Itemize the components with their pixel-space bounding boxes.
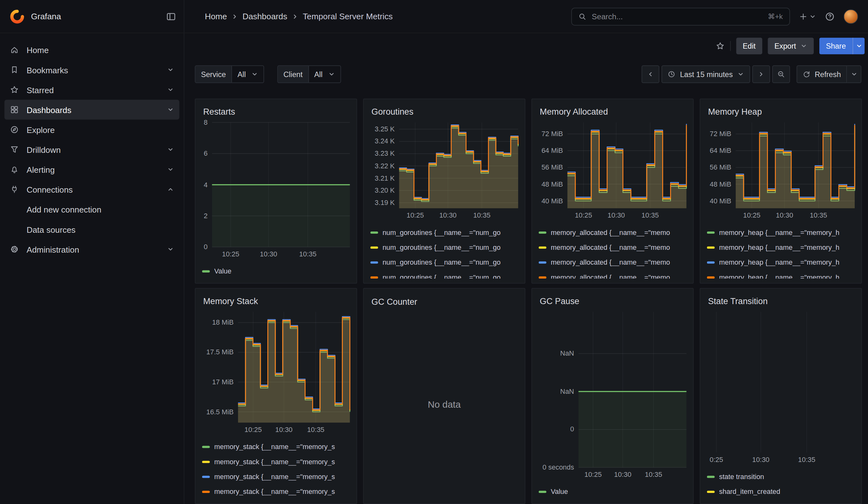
dashboard-controls: Service All Client All xyxy=(184,59,868,90)
top-navigation: Grafana Home Dashboards Temporal Server … xyxy=(0,0,868,33)
chart-plot[interactable] xyxy=(212,123,350,247)
legend-item[interactable]: num_goroutines {__name__="num_go xyxy=(370,240,518,255)
legend-item[interactable]: shard_item_created xyxy=(707,484,855,499)
panel-title[interactable]: Memory Stack xyxy=(202,293,350,310)
legend-item[interactable]: memory_heap {__name__="memory_h xyxy=(707,225,855,240)
panel-title[interactable]: GC Pause xyxy=(538,293,686,310)
chevron-right-icon xyxy=(758,71,764,78)
chevron-right-icon xyxy=(231,13,238,20)
chevron-down-icon xyxy=(856,43,862,49)
sidebar-item-bookmarks[interactable]: Bookmarks xyxy=(4,60,179,80)
variable-value[interactable]: All xyxy=(309,70,340,78)
legend-item[interactable]: num_goroutines {__name__="num_go xyxy=(370,225,518,240)
y-axis-tick-label: 3.22 K xyxy=(370,161,394,170)
chevron-up-icon[interactable] xyxy=(167,186,174,193)
sidebar-item-alerting[interactable]: Alerting xyxy=(4,160,179,179)
x-axis-tick-label: 10:25 xyxy=(245,425,262,434)
legend-item[interactable]: memory_heap {__name__="memory_h xyxy=(707,270,855,278)
clock-icon xyxy=(668,70,676,78)
chart-plot[interactable] xyxy=(579,312,686,467)
y-axis-tick-label: 3.24 K xyxy=(370,137,394,146)
help-button[interactable] xyxy=(825,11,835,21)
variable-selected: All xyxy=(237,70,246,78)
breadcrumb-dashboards[interactable]: Dashboards xyxy=(242,12,287,21)
legend-item[interactable]: memory_allocated {__name__="memo xyxy=(538,255,686,270)
search-box[interactable]: ⌘+k xyxy=(571,8,790,25)
share-menu-button[interactable] xyxy=(852,38,865,54)
edit-button[interactable]: Edit xyxy=(736,38,762,54)
panel-title[interactable]: Memory Heap xyxy=(707,104,855,120)
search-input[interactable] xyxy=(592,12,762,21)
legend-item[interactable]: Value xyxy=(202,264,350,278)
variable-service[interactable]: Service All xyxy=(195,65,264,83)
legend-item[interactable]: state transition xyxy=(707,469,855,484)
legend-item[interactable]: num_goroutines {__name__="num_go xyxy=(370,255,518,270)
legend-item[interactable]: memory_stack {__name__="memory_s xyxy=(202,439,350,454)
sidebar-item-administration[interactable]: Administration xyxy=(4,239,179,259)
sidebar-item-explore[interactable]: Explore xyxy=(4,120,179,140)
panel-title[interactable]: Restarts xyxy=(202,104,350,120)
breadcrumb-home[interactable]: Home xyxy=(205,12,227,21)
chevron-down-icon[interactable] xyxy=(167,166,174,173)
sidebar-toggle-button[interactable] xyxy=(166,11,176,21)
user-avatar[interactable] xyxy=(844,9,858,24)
chevron-down-icon[interactable] xyxy=(167,246,174,253)
chevron-down-icon[interactable] xyxy=(167,86,174,93)
plug-icon xyxy=(10,185,19,194)
legend-series-label: memory_heap {__name__="memory_h xyxy=(719,244,839,251)
panel-title[interactable]: Memory Allocated xyxy=(538,104,686,120)
legend-item[interactable]: Value xyxy=(538,484,686,499)
panel-title[interactable]: State Transition xyxy=(707,293,855,310)
legend-series-label: memory_heap {__name__="memory_h xyxy=(719,274,839,279)
sidebar-item-starred[interactable]: Starred xyxy=(4,80,179,100)
chevron-down-icon[interactable] xyxy=(167,146,174,153)
new-button[interactable] xyxy=(799,12,816,21)
legend-item[interactable]: memory_stack {__name__="memory_s xyxy=(202,469,350,484)
legend-series-label: num_goroutines {__name__="num_go xyxy=(383,228,500,236)
panel-title[interactable]: Goroutines xyxy=(370,104,518,120)
y-axis-tick-label: 0 xyxy=(202,243,208,251)
legend-item[interactable]: memory_stack {__name__="memory_s xyxy=(202,454,350,469)
refresh-button[interactable]: Refresh xyxy=(796,65,847,83)
variable-value[interactable]: All xyxy=(232,70,264,78)
chart-plot[interactable] xyxy=(568,123,686,208)
sidebar-item-drilldown[interactable]: Drilldown xyxy=(4,140,179,160)
x-axis-tick-label: 10:25 xyxy=(743,211,761,220)
chart-area[interactable]: 3.25 K3.24 K3.23 K3.22 K3.21 K3.20 K3.19… xyxy=(370,123,518,220)
chart-plot[interactable] xyxy=(711,312,855,452)
chart-plot[interactable] xyxy=(238,312,350,422)
time-range-picker[interactable]: Last 15 minutes xyxy=(662,65,750,83)
share-button[interactable]: Share xyxy=(819,38,852,54)
legend-item[interactable]: memory_heap {__name__="memory_h xyxy=(707,255,855,270)
chevron-down-icon[interactable] xyxy=(167,106,174,113)
legend-item[interactable]: memory_stack {__name__="memory_s xyxy=(202,484,350,499)
chart-plot[interactable] xyxy=(736,123,855,208)
legend-item[interactable]: memory_allocated {__name__="memo xyxy=(538,270,686,278)
panel-title[interactable]: GC Counter xyxy=(370,293,518,311)
sidebar-item-dashboards[interactable]: Dashboards xyxy=(4,100,179,120)
chart-area[interactable]: 72 MiB64 MiB56 MiB48 MiB40 MiB10:2510:30… xyxy=(538,123,686,220)
favorite-button[interactable] xyxy=(715,42,724,51)
chart-area[interactable]: NaNNaN00 seconds10:2510:3010:35 xyxy=(538,312,686,480)
sidebar-item-home[interactable]: Home xyxy=(4,40,179,60)
legend-item[interactable]: num_goroutines {__name__="num_go xyxy=(370,270,518,278)
legend-item[interactable]: memory_heap {__name__="memory_h xyxy=(707,240,855,255)
chart-area[interactable]: 72 MiB64 MiB56 MiB48 MiB40 MiB10:2510:30… xyxy=(707,123,855,220)
chart-area[interactable]: 8642010:2510:3010:35 xyxy=(202,123,350,259)
zoom-out-button[interactable] xyxy=(772,65,790,83)
legend-item[interactable]: memory_allocated {__name__="memo xyxy=(538,225,686,240)
sidebar-subitem-data-sources[interactable]: Data sources xyxy=(4,219,179,239)
legend-item[interactable]: memory_allocated {__name__="memo xyxy=(538,240,686,255)
variable-client[interactable]: Client All xyxy=(277,65,341,83)
chart-area[interactable]: 0:2510:3010:35 xyxy=(707,312,855,464)
chevron-down-icon[interactable] xyxy=(167,66,174,73)
sidebar-item-connections[interactable]: Connections xyxy=(4,179,179,199)
chart-area[interactable]: 18 MiB17.5 MiB17 MiB16.5 MiB10:2510:3010… xyxy=(202,312,350,434)
grafana-logo[interactable] xyxy=(10,9,24,24)
time-back-button[interactable] xyxy=(642,65,659,83)
time-forward-button[interactable] xyxy=(752,65,770,83)
refresh-interval-button[interactable] xyxy=(847,65,861,83)
export-button[interactable]: Export xyxy=(768,38,814,54)
chart-plot[interactable] xyxy=(399,123,518,208)
sidebar-subitem-add-new-connection[interactable]: Add new connection xyxy=(4,199,179,219)
